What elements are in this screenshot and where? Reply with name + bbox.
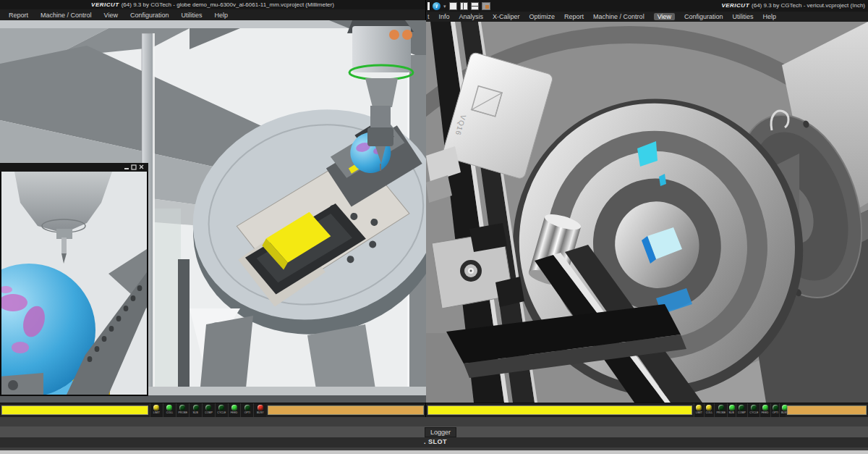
inset-view-window[interactable] [0, 163, 148, 403]
led-opti: OPTI [770, 403, 780, 418]
menu-item-optimize[interactable]: Optimize [529, 13, 556, 20]
logger-button[interactable]: Logger [425, 427, 456, 437]
inset-title-bar[interactable] [0, 163, 148, 172]
layout-split-horizontal-icon[interactable] [471, 2, 479, 10]
nc-status-leds: LIMIT COLL PROBE SUB COMP CYCLE FEED OPT… [694, 403, 786, 418]
menu-item-help[interactable]: Help [763, 13, 777, 20]
led-busy: BUSY [253, 403, 266, 418]
mill-3d-viewport[interactable] [0, 20, 426, 403]
info-icon[interactable]: i [433, 2, 441, 10]
led-limit: LIMIT [150, 403, 163, 418]
vericut-window-lathe: i ▾ VERICUT(64) 9.3 by CGTech - vericut.… [426, 0, 868, 417]
led-comp: COMP [736, 403, 747, 418]
layout-split-vertical-icon[interactable] [460, 2, 468, 10]
menu-item-configuration[interactable]: Configuration [684, 13, 723, 20]
status-bar: LIMIT COLL PROBE SUB COMP CYCLE FEED OPT… [426, 403, 868, 417]
desktop: VERICUT(64) 9.3 by CGTech - globe demo_m… [0, 0, 868, 454]
footer-band [0, 417, 868, 426]
led-opti: OPTI [240, 403, 253, 418]
menu-item-help[interactable]: Help [214, 12, 228, 19]
window-title: VERICUT(64) 9.3 by CGTech - vericut.vcpr… [721, 0, 865, 12]
vericut-logo: VERICUT [91, 1, 119, 8]
footer-light-strip [0, 450, 868, 454]
view-toolbar: i ▾ [427, 1, 490, 10]
menu-item-view[interactable]: View [654, 13, 675, 20]
menu-item-view[interactable]: View [104, 12, 118, 19]
chevron-down-icon[interactable]: ▾ [443, 2, 446, 10]
menu-item-machine-control[interactable]: Machine / Control [593, 13, 644, 20]
led-probe: PROBE [176, 403, 190, 418]
menu-item-utilities[interactable]: Utilities [181, 12, 202, 19]
layout-single-icon[interactable] [449, 2, 457, 10]
menu-item-analysis[interactable]: Analysis [459, 13, 484, 20]
menu-bar: t Info Analysis X-Caliper Optimize Repor… [426, 12, 868, 22]
led-limit: LIMIT [694, 403, 704, 418]
led-probe: PROBE [714, 403, 728, 418]
led-feed: FEED [228, 403, 241, 418]
lathe-3d-viewport[interactable]: VQ16 [426, 22, 868, 403]
clipped-icon [427, 2, 430, 10]
menu-item-utilities[interactable]: Utilities [733, 13, 754, 20]
status-bar: LIMIT COLL PROBE SUB COMP CYCLE FEED OPT… [0, 403, 425, 417]
led-coll: COLL [704, 403, 714, 418]
menu-item-report[interactable]: Report [9, 12, 28, 19]
nc-status-text: . SLOT [424, 438, 447, 445]
led-coll: COLL [163, 403, 176, 418]
menu-item-report[interactable]: Report [564, 13, 584, 20]
layout-restore-icon[interactable] [482, 2, 490, 10]
vericut-window-mill: VERICUT(64) 9.3 by CGTech - globe demo_m… [0, 0, 426, 417]
taskbar-strip: Logger . SLOT [0, 417, 868, 454]
window-title-bar[interactable]: i ▾ VERICUT(64) 9.3 by CGTech - vericut.… [426, 0, 868, 12]
led-comp: COMP [202, 403, 215, 418]
window-title-bar[interactable]: VERICUT(64) 9.3 by CGTech - globe demo_m… [0, 0, 425, 9]
progress-bar-secondary [268, 405, 424, 415]
window-title: (64) 9.3 by CGTech - globe demo_mu-6300v… [122, 1, 334, 8]
footer-band: Logger [0, 426, 868, 437]
menu-item-machine-control[interactable]: Machine / Control [41, 12, 92, 19]
inset-minimize-icon[interactable] [124, 168, 129, 169]
menu-bar: Report Machine / Control View Configurat… [0, 9, 425, 20]
menu-item-x-caliper[interactable]: X-Caliper [493, 13, 520, 20]
led-sub: SUB [189, 403, 202, 418]
led-feed: FEED [760, 403, 770, 418]
led-sub: SUB [727, 403, 735, 418]
menu-item-configuration[interactable]: Configuration [130, 12, 169, 19]
footer-status-band: . SLOT [0, 437, 868, 447]
menu-item-info[interactable]: Info [439, 13, 450, 20]
vericut-logo: VERICUT [721, 2, 749, 9]
led-cycle: CYCLE [215, 403, 228, 418]
nc-status-leds: LIMIT COLL PROBE SUB COMP CYCLE FEED OPT… [150, 403, 266, 418]
progress-bar-secondary [787, 405, 867, 415]
led-cycle: CYCLE [747, 403, 760, 418]
progress-bar-primary [427, 405, 692, 415]
menu-item-clipped: t [427, 13, 430, 20]
progress-bar-primary [1, 405, 148, 415]
